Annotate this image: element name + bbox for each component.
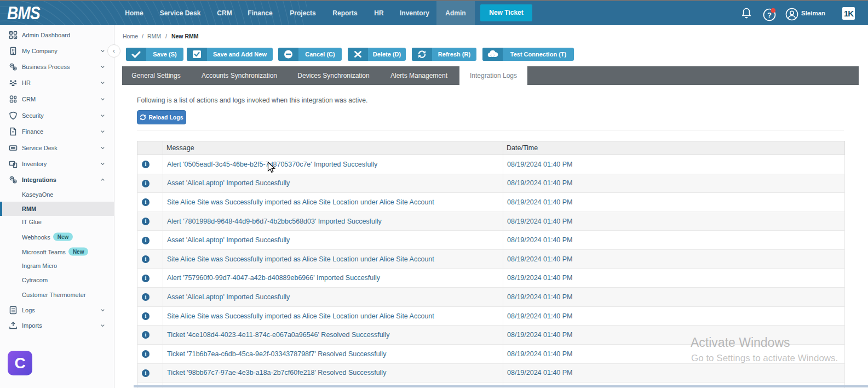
svg-text:?: ?	[767, 11, 772, 19]
